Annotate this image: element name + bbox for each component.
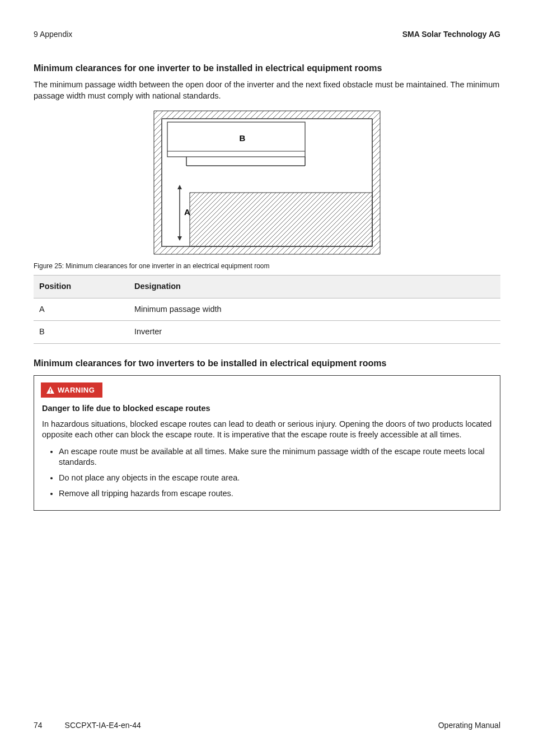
- warning-icon: [46, 386, 54, 394]
- page-number: 74: [34, 720, 43, 731]
- section2-title: Minimum clearances for two inverters to …: [34, 357, 500, 370]
- page-footer: 74 SCCPXT-IA-E4-en-44 Operating Manual: [34, 720, 500, 731]
- document-id: SCCPXT-IA-E4-en-44: [65, 720, 141, 731]
- legend-header-position: Position: [34, 276, 129, 298]
- table-row: A Minimum passage width: [34, 298, 500, 321]
- legend-header-designation: Designation: [129, 276, 500, 298]
- warning-title: Danger to life due to blocked escape rou…: [42, 403, 492, 414]
- list-item: An escape route must be available at all…: [59, 446, 492, 468]
- cell-position: B: [34, 321, 129, 344]
- figure-25: B A: [34, 110, 500, 259]
- section1-paragraph: The minimum passage width between the op…: [34, 80, 500, 101]
- svg-rect-11: [50, 392, 51, 393]
- warning-list: An escape route must be available at all…: [42, 446, 492, 499]
- warning-label: WARNING: [58, 385, 95, 395]
- legend-table: Position Designation A Minimum passage w…: [34, 275, 500, 344]
- warning-paragraph: In hazardous situations, blocked escape …: [42, 419, 492, 441]
- list-item: Do not place any objects in the escape r…: [59, 473, 492, 484]
- figure-25-caption: Figure 25: Minimum clearances for one in…: [34, 262, 500, 270]
- svg-rect-6: [190, 193, 372, 246]
- cell-designation: Inverter: [129, 321, 500, 344]
- header-company: SMA Solar Technology AG: [402, 29, 500, 40]
- cell-designation: Minimum passage width: [129, 298, 500, 321]
- warning-tag: WARNING: [41, 382, 102, 398]
- footer-doc-type: Operating Manual: [438, 720, 500, 731]
- table-row: B Inverter: [34, 321, 500, 344]
- svg-marker-9: [177, 236, 182, 241]
- figure-label-a: A: [184, 207, 190, 217]
- svg-rect-10: [50, 389, 51, 391]
- header-section: 9 Appendix: [34, 29, 72, 40]
- svg-rect-1: [167, 122, 305, 157]
- figure-label-b: B: [240, 133, 246, 143]
- section1-title: Minimum clearances for one inverter to b…: [34, 62, 500, 74]
- cell-position: A: [34, 298, 129, 321]
- svg-marker-8: [177, 185, 182, 189]
- page-header: 9 Appendix SMA Solar Technology AG: [34, 29, 500, 40]
- clearance-diagram: B A: [153, 110, 381, 255]
- warning-box: WARNING Danger to life due to blocked es…: [34, 375, 500, 511]
- list-item: Remove all tripping hazards from escape …: [59, 488, 492, 500]
